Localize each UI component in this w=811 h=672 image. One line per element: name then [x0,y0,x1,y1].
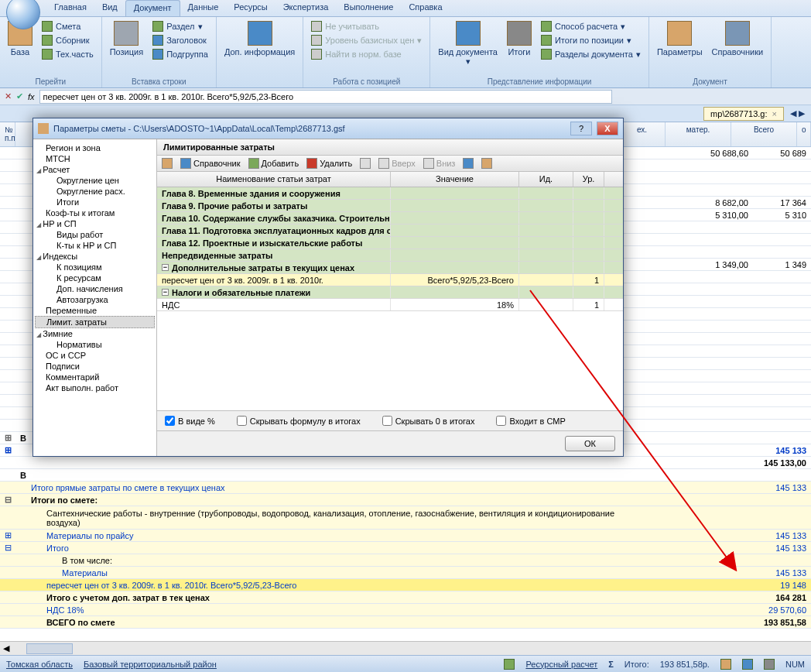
position-button[interactable]: Позиция [107,19,147,58]
section-button[interactable]: Раздел ▾ [149,19,211,33]
techpart-button[interactable]: Тех.часть [39,47,97,61]
tree-item[interactable]: Зимние [35,328,155,339]
tree-item[interactable]: Округление цен [35,175,155,186]
ribbon-tab-6[interactable]: Выполнение [336,0,401,16]
col-header[interactable]: № п.п [0,122,15,146]
doc-tab[interactable]: mp\2687713.g:× [703,107,784,121]
subgroup-button[interactable]: Подгруппа [149,47,211,61]
grid-row[interactable]: −Дополнительные затраты в текущих ценах [157,262,623,274]
tree-item[interactable]: Округление расх. [35,186,155,197]
totals-button[interactable]: Итоги [504,19,535,58]
tree-item[interactable]: Лимит. затраты [35,316,155,328]
summary-row[interactable]: 145 133,00 [0,457,811,469]
ribbon-tab-5[interactable]: Экспертиза [275,0,337,16]
docview-button[interactable]: Вид документа▾ [435,19,501,67]
grid-row[interactable]: Непредвиденные затраты [157,249,623,262]
terr-link[interactable]: Базовый территориальный район [84,660,217,669]
tree-item[interactable]: Расчет [35,164,155,175]
close-button[interactable]: X [597,122,618,135]
refs-button[interactable]: Справочники [709,19,767,58]
summary-row[interactable]: ⊞Материалы по прайсу145 133 [0,530,811,542]
tree-item[interactable]: К-ты к НР и СП [35,240,155,251]
fx-icon[interactable]: fх [28,92,35,101]
grid-row[interactable]: Глава 8. Временные здания и сооружения [157,187,623,200]
ribbon-tab-3[interactable]: Данные [180,0,227,16]
grid-row[interactable]: НДС18%1 [157,299,623,311]
del-button[interactable]: Удалить [306,158,352,169]
accept-icon[interactable]: ✔ [16,91,23,101]
tree-item[interactable]: Коэф-ты к итогам [35,207,155,218]
calc-mode[interactable]: Ресурсный расчет [525,660,597,669]
col-header[interactable]: о [797,122,811,146]
region-link[interactable]: Томская область [6,660,73,669]
grid-row[interactable]: пересчет цен от 3 кв. 2009г. в 1 кв. 201… [157,274,623,286]
grid-col-header[interactable]: Ид. [519,172,573,187]
help-button[interactable]: ? [570,122,592,135]
summary-row[interactable]: Итого с учетом доп. затрат в тек ценах16… [0,591,811,604]
ribbon-tab-1[interactable]: Вид [94,0,125,16]
cost-grid[interactable]: Наименование статьи затрат Значение Ид. … [157,172,623,410]
tree-item[interactable]: Индексы [35,251,155,262]
tree-item[interactable]: НР и СП [35,218,155,229]
tree-item[interactable]: Доп. начисления [35,283,155,294]
formula-input[interactable] [39,90,612,104]
params-button[interactable]: Параметры [654,19,706,58]
check-hidezero[interactable]: Скрывать 0 в итогах [382,416,475,426]
tree-item[interactable]: Комментарий [35,372,155,382]
docsections-button[interactable]: Разделы документа ▾ [538,47,644,61]
sb-icon[interactable] [742,659,753,670]
summary-row[interactable]: ⊟Итоги по смете: [0,494,811,506]
grid-col-header[interactable]: Наименование статьи затрат [157,172,391,187]
grid-row[interactable]: Глава 12. Проектные и изыскательские раб… [157,237,623,249]
tree-item[interactable]: Акт выполн. работ [35,382,155,393]
print-button[interactable] [162,158,173,169]
ref-button[interactable]: Справочник [180,158,241,169]
ribbon-tab-2[interactable]: Документ [125,0,180,16]
hscrollbar[interactable]: ◀ [0,641,811,655]
summary-row[interactable]: Итого прямые затраты по смете в текущих … [0,482,811,494]
grid-row[interactable]: Глава 11. Подготовка эксплуатационных ка… [157,225,623,237]
cancel-icon[interactable]: ✕ [5,91,12,101]
ribbon-tab-4[interactable]: Ресурсы [226,0,275,16]
grid-row[interactable]: −Налоги и обязательные платежи [157,286,623,299]
col-header[interactable]: ех. [619,122,666,146]
tree-item[interactable]: Итоги [35,197,155,207]
summary-row[interactable]: пересчет цен от 3 кв. 2009г. в 1 кв. 201… [0,579,811,591]
grid-col-header[interactable]: Ур. [573,172,604,187]
col-header[interactable]: матер. [666,122,731,146]
smeta-button[interactable]: Смета [39,19,97,33]
save-button[interactable] [463,158,474,169]
sbornik-button[interactable]: Сборник [39,33,97,47]
tree-item[interactable]: К позициям [35,262,155,273]
tree-item[interactable]: Нормативы [35,339,155,350]
check-percent[interactable]: В виде % [165,416,215,426]
tree-item[interactable]: Подписи [35,361,155,372]
check-smr[interactable]: Входит в СМР [496,416,565,426]
tree-item[interactable]: Регион и зона [35,142,155,153]
col-header[interactable]: Всего [731,122,797,146]
grid-row[interactable]: Глава 9. Прочие работы и затраты [157,200,623,212]
summary-row[interactable]: ⊟Итого145 133 [0,542,811,554]
grid-col-header[interactable]: Значение [391,172,519,187]
param-tree[interactable]: Регион и зонаМТСНРасчетОкругление ценОкр… [33,139,157,456]
ok-button[interactable]: ОК [565,436,615,451]
ribbon-tab-0[interactable]: Главная [46,0,94,16]
grid-row[interactable]: Глава 10. Содержание службы заказчика. С… [157,212,623,225]
tree-item[interactable]: Автозагрузка [35,294,155,305]
ribbon-tab-7[interactable]: Справка [401,0,450,16]
open-button[interactable] [481,158,492,169]
dopinfo-button[interactable]: Доп. информация [221,19,298,58]
header-button[interactable]: Заголовок [149,33,211,47]
summary-row[interactable]: НДС 18%29 570,60 [0,604,811,616]
tree-item[interactable]: ОС и ССР [35,350,155,361]
dialog-titlebar[interactable]: Параметры сметы - C:\Users\ADOSTO~1\AppD… [33,118,623,139]
add-button[interactable]: Добавить [248,158,299,169]
positiontotals-button[interactable]: Итоги по позиции ▾ [538,33,644,47]
sb-icon[interactable] [720,659,731,670]
close-icon[interactable]: × [772,109,777,118]
summary-row[interactable]: В [0,469,811,482]
tree-item[interactable]: К ресурсам [35,273,155,283]
tree-item[interactable]: Виды работ [35,229,155,240]
check-hideformula[interactable]: Скрывать формулу в итогах [237,416,361,426]
calcmethod-button[interactable]: Способ расчета ▾ [538,19,644,33]
